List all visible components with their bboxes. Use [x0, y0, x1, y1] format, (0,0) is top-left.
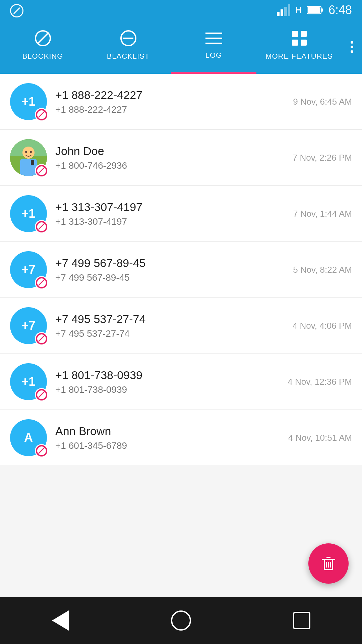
blocked-icon-7	[36, 445, 47, 457]
call-info-5: +7 495 537-27-74 +7 495 537-27-74	[55, 313, 286, 339]
nav-recent-button[interactable]	[288, 607, 315, 634]
blocked-badge-6	[35, 388, 48, 401]
call-info-3: +1 313-307-4197 +1 313-307-4197	[55, 201, 286, 227]
blocked-icon-1	[36, 109, 47, 120]
call-item-6[interactable]: +1 +1 801-738-0939 +1 801-738-0939 4 Nov…	[0, 354, 362, 410]
no-sim-icon	[10, 4, 23, 17]
blocked-icon-3	[36, 221, 47, 232]
call-info-6: +1 801-738-0939 +1 801-738-0939	[55, 369, 281, 395]
avatar-7: A	[10, 419, 47, 456]
call-list: +1 +1 888-222-4227 +1 888-222-4227 9 Nov…	[0, 74, 362, 597]
svg-rect-2	[281, 9, 283, 16]
svg-rect-16	[301, 31, 307, 37]
call-info-2: John Doe +1 800-746-2936	[55, 145, 286, 171]
svg-rect-1	[277, 12, 280, 16]
tab-blacklist-label: BLACKLIST	[107, 52, 150, 61]
nav-back-button[interactable]	[47, 607, 74, 634]
call-name-2: John Doe	[55, 145, 286, 158]
home-icon	[171, 610, 191, 631]
blocked-badge-1	[35, 108, 48, 121]
call-number-3: +1 313-307-4197	[55, 216, 286, 227]
avatar-text-1: +1	[21, 95, 35, 109]
svg-rect-4	[288, 4, 290, 16]
more-menu-button[interactable]	[342, 20, 362, 74]
svg-point-23	[25, 151, 27, 153]
svg-line-9	[37, 33, 49, 44]
call-info-7: Ann Brown +1 601-345-6789	[55, 425, 282, 451]
call-time-3: 7 Nov, 1:44 AM	[293, 209, 352, 219]
back-icon	[52, 610, 69, 631]
svg-rect-15	[292, 31, 298, 37]
avatar-5: +7	[10, 307, 47, 344]
h-indicator: H	[295, 5, 302, 15]
svg-rect-17	[292, 40, 298, 46]
blocked-badge-5	[35, 332, 48, 345]
tab-blocking[interactable]: BLOCKING	[0, 20, 85, 74]
tab-log-label: LOG	[205, 51, 222, 60]
status-bar: H 6:48	[0, 0, 362, 20]
status-time: 6:48	[328, 3, 352, 17]
call-number-5: +7 495 537-27-74	[55, 328, 286, 339]
call-time-1: 9 Nov, 6:45 AM	[293, 97, 352, 107]
call-number-2: +1 800-746-2936	[55, 160, 286, 171]
call-time-2: 7 Nov, 2:26 PM	[293, 153, 352, 163]
call-name-3: +1 313-307-4197	[55, 201, 286, 214]
avatar-4: +7	[10, 251, 47, 288]
status-icons: H 6:48	[277, 3, 352, 17]
blocked-icon-6	[36, 389, 47, 400]
avatar-1: +1	[10, 83, 47, 120]
call-name-5: +7 495 537-27-74	[55, 313, 286, 326]
tab-log[interactable]: LOG	[171, 20, 256, 74]
call-name-6: +1 801-738-0939	[55, 369, 281, 382]
call-number-7: +1 601-345-6789	[55, 440, 282, 451]
call-item-2[interactable]: John Doe +1 800-746-2936 7 Nov, 2:26 PM	[0, 130, 362, 186]
blocked-badge-3	[35, 220, 48, 233]
svg-rect-22	[20, 159, 37, 176]
svg-line-0	[14, 8, 20, 14]
blocked-badge-2	[35, 164, 48, 177]
avatar-text-7: A	[24, 431, 33, 445]
three-dots-icon	[351, 41, 353, 53]
svg-rect-3	[284, 7, 287, 16]
nav-home-button[interactable]	[168, 607, 194, 634]
call-item-7[interactable]: A Ann Brown +1 601-345-6789 4 Nov, 10:51…	[0, 410, 362, 466]
svg-rect-25	[31, 160, 34, 165]
call-time-5: 4 Nov, 4:06 PM	[293, 321, 352, 331]
svg-rect-7	[308, 7, 320, 13]
log-icon	[205, 31, 222, 48]
blocked-badge-7	[35, 444, 48, 458]
call-time-6: 4 Nov, 12:36 PM	[288, 377, 352, 387]
tab-blacklist[interactable]: BLACKLIST	[85, 20, 171, 74]
trash-icon	[318, 553, 339, 574]
avatar-2	[10, 139, 47, 176]
avatar-text-4: +7	[21, 263, 35, 277]
blocked-badge-4	[35, 276, 48, 289]
tab-more-features-label: MORE FEATURES	[265, 52, 333, 61]
svg-rect-6	[321, 8, 323, 12]
svg-point-24	[30, 151, 32, 153]
tab-bar: BLOCKING BLACKLIST LOG	[0, 20, 362, 74]
call-item-1[interactable]: +1 +1 888-222-4227 +1 888-222-4227 9 Nov…	[0, 74, 362, 130]
call-item-5[interactable]: +7 +7 495 537-27-74 +7 495 537-27-74 4 N…	[0, 298, 362, 354]
blacklist-icon	[120, 30, 137, 49]
bottom-nav	[0, 597, 362, 644]
call-name-1: +1 888-222-4227	[55, 89, 286, 102]
call-name-7: Ann Brown	[55, 425, 282, 438]
call-item-3[interactable]: +1 +1 313-307-4197 +1 313-307-4197 7 Nov…	[0, 186, 362, 242]
call-number-6: +1 801-738-0939	[55, 384, 281, 395]
call-number-1: +1 888-222-4227	[55, 104, 286, 115]
battery-icon	[307, 5, 323, 15]
call-info-1: +1 888-222-4227 +1 888-222-4227	[55, 89, 286, 115]
svg-point-21	[22, 147, 35, 159]
call-time-7: 4 Nov, 10:51 AM	[288, 433, 352, 443]
call-name-4: +7 499 567-89-45	[55, 257, 286, 270]
tab-more-features[interactable]: MORE FEATURES	[256, 20, 342, 74]
avatar-3: +1	[10, 195, 47, 232]
recent-icon	[293, 612, 310, 629]
call-info-4: +7 499 567-89-45 +7 499 567-89-45	[55, 257, 286, 283]
delete-fab[interactable]	[308, 543, 349, 584]
call-item-4[interactable]: +7 +7 499 567-89-45 +7 499 567-89-45 5 N…	[0, 242, 362, 298]
more-features-icon	[291, 30, 308, 49]
blocked-icon-5	[36, 333, 47, 344]
tab-blocking-label: BLOCKING	[22, 52, 63, 61]
